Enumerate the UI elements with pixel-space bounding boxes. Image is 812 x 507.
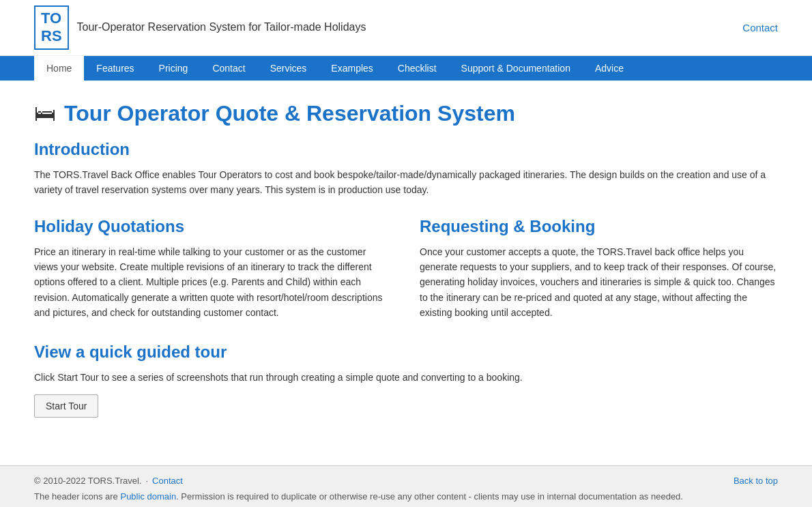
main-nav: Home Features Pricing Contact Services E… bbox=[0, 56, 812, 81]
site-header: TO RS Tour-Operator Reservation System f… bbox=[0, 0, 812, 56]
nav-item-advice[interactable]: Advice bbox=[583, 56, 636, 81]
requesting-booking-text: Once your customer accepts a quote, the … bbox=[420, 244, 778, 321]
footer-license: The header icons are Public domain. Perm… bbox=[34, 491, 778, 502]
tour-desc: Click Start Tour to see a series of scre… bbox=[34, 370, 778, 385]
nav-item-contact[interactable]: Contact bbox=[200, 56, 257, 81]
footer-license-before: The header icons are bbox=[34, 491, 120, 502]
footer-license-after: . Permission is required to duplicate or… bbox=[176, 491, 683, 502]
nav-item-home[interactable]: Home bbox=[34, 56, 84, 81]
tour-heading: View a quick guided tour bbox=[34, 343, 778, 362]
requesting-booking-section: Requesting & Booking Once your customer … bbox=[420, 217, 778, 321]
page-title: Tour Operator Quote & Reservation System bbox=[64, 101, 515, 126]
logo-tagline: Tour-Operator Reservation System for Tai… bbox=[77, 21, 366, 33]
footer-separator: · bbox=[145, 476, 148, 486]
bed-icon: 🛏 bbox=[34, 101, 56, 126]
footer-top: © 2010-2022 TORS.Travel. · Contact Back … bbox=[34, 476, 778, 486]
intro-text: The TORS.Travel Back Office enables Tour… bbox=[34, 167, 778, 198]
nav-item-pricing[interactable]: Pricing bbox=[147, 56, 201, 81]
nav-item-examples[interactable]: Examples bbox=[319, 56, 385, 81]
nav-item-checklist[interactable]: Checklist bbox=[386, 56, 449, 81]
nav-item-support[interactable]: Support & Documentation bbox=[449, 56, 583, 81]
revain-search-icon bbox=[701, 504, 729, 507]
logo-line2: RS bbox=[41, 27, 62, 45]
footer-copyright: © 2010-2022 TORS.Travel. bbox=[34, 476, 141, 486]
public-domain-link[interactable]: Public domain bbox=[120, 491, 176, 502]
holiday-quotations-heading: Holiday Quotations bbox=[34, 217, 392, 236]
logo-area: TO RS Tour-Operator Reservation System f… bbox=[34, 5, 366, 50]
start-tour-button[interactable]: Start Tour bbox=[34, 394, 98, 418]
header-contact-link[interactable]: Contact bbox=[742, 22, 778, 33]
main-content: 🛏 Tour Operator Quote & Reservation Syst… bbox=[0, 81, 812, 465]
intro-heading: Introduction bbox=[34, 140, 778, 159]
page-title-area: 🛏 Tour Operator Quote & Reservation Syst… bbox=[34, 101, 778, 126]
two-col-section: Holiday Quotations Price an itinerary in… bbox=[34, 217, 778, 321]
footer-left: © 2010-2022 TORS.Travel. · Contact bbox=[34, 476, 183, 486]
intro-section: Introduction The TORS.Travel Back Office… bbox=[34, 140, 778, 198]
footer-watermark: Revain bbox=[701, 504, 778, 507]
holiday-quotations-section: Holiday Quotations Price an itinerary in… bbox=[34, 217, 392, 321]
footer-contact-link[interactable]: Contact bbox=[152, 476, 183, 486]
nav-item-services[interactable]: Services bbox=[258, 56, 319, 81]
nav-item-features[interactable]: Features bbox=[84, 56, 146, 81]
site-footer: © 2010-2022 TORS.Travel. · Contact Back … bbox=[0, 465, 812, 507]
logo-line1: TO bbox=[41, 10, 62, 27]
requesting-booking-heading: Requesting & Booking bbox=[420, 217, 778, 236]
back-to-top-link[interactable]: Back to top bbox=[734, 476, 778, 486]
holiday-quotations-text: Price an itinerary in real-time while ta… bbox=[34, 244, 392, 321]
logo-box: TO RS bbox=[34, 5, 69, 50]
tour-section: View a quick guided tour Click Start Tou… bbox=[34, 343, 778, 418]
